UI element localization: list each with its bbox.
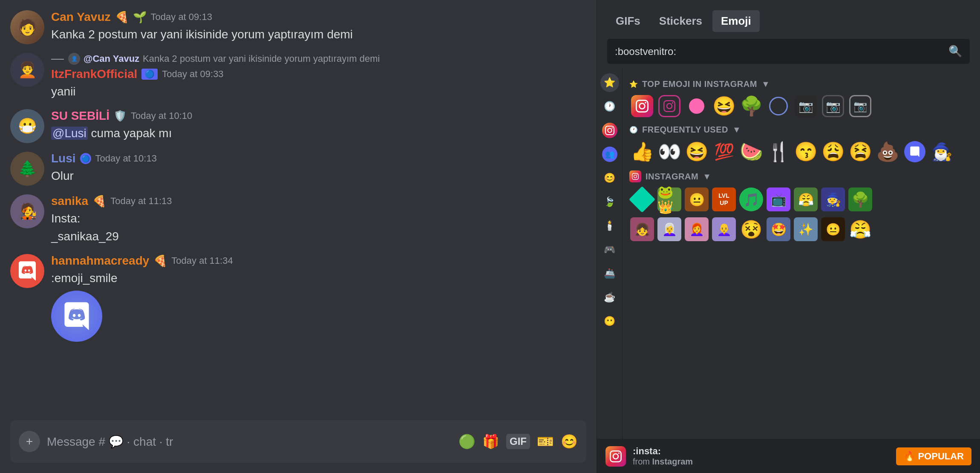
nitro-badge: 🔵 (141, 69, 158, 80)
emoji-item[interactable]: LVLUP (711, 187, 737, 212)
emoji-item[interactable]: 📷 (847, 93, 873, 119)
emoji-sidebar-and-content: ⭐ 🕐 👥 😊 🍃 🕯️ 🎮 🚢 ☕ � (597, 69, 980, 439)
emoji-item[interactable]: 📺 (766, 187, 791, 212)
emoji-item[interactable] (629, 93, 655, 119)
tooltip-info: :insta: from Instagram (633, 446, 889, 467)
sidebar-icon-leaf[interactable]: 🍃 (600, 193, 619, 211)
instagram-emoji-row1: 🐸👑 😐 LVLUP 🎵 📺 (629, 187, 973, 212)
message-input[interactable]: Message # 💬 · chat · tr (47, 435, 452, 449)
message-content: hannahmacready 🍕 Today at 11:34 :emoji_s… (51, 254, 586, 342)
timestamp: Today at 11:13 (110, 196, 172, 207)
chevron-down-icon[interactable]: ▼ (732, 125, 741, 135)
emoji-item[interactable]: 🐸👑 (657, 187, 682, 212)
main-layout: 🧑 Can Yavuz 🍕 🌱 Today at 09:13 Kanka 2 p… (0, 0, 980, 473)
badge-sprout: 🌱 (133, 11, 147, 24)
search-value[interactable]: :boostvenitro: (615, 46, 943, 58)
top-emoji-section-header: ⭐ TOP EMOJI IN INSTAGRAM ▼ (629, 79, 973, 89)
emoji-item[interactable]: 😤 (847, 216, 873, 242)
tab-emoji[interactable]: Emoji (712, 10, 760, 32)
tooltip-from: from Instagram (633, 457, 889, 467)
discord-sticker (51, 291, 102, 342)
gift-button[interactable]: 🎁 (482, 433, 499, 450)
sidebar-icon-submarine[interactable]: 🚢 (600, 264, 619, 283)
emoji-item[interactable]: 🧙 (820, 187, 846, 212)
sticker-message (51, 291, 586, 342)
message-content: 👤 @Can Yavuz Kanka 2 postum var yani iki… (51, 53, 586, 101)
tab-gifs[interactable]: GIFs (607, 10, 649, 32)
emoji-item[interactable]: 🍴 (766, 139, 791, 164)
nitro-sticker-button[interactable]: 🎫 (537, 433, 554, 450)
add-attachment-button[interactable]: + (19, 431, 40, 452)
sidebar-icon-smiley[interactable]: 😊 (600, 169, 619, 187)
reply-avatar: 👤 (68, 53, 80, 65)
message-text: Insta:_sanikaa_29 (51, 210, 586, 245)
sidebar-icon-instagram[interactable] (600, 121, 619, 140)
message-content: SU SEBİLİ 🛡️ Today at 10:10 @Lusi cuma y… (51, 109, 586, 143)
sidebar-icon-favorites[interactable]: ⭐ (600, 73, 619, 92)
message-content: Can Yavuz 🍕 🌱 Today at 09:13 Kanka 2 pos… (51, 10, 586, 44)
emoji-item[interactable]: 😵 (738, 216, 764, 242)
chevron-down-icon[interactable]: ▼ (703, 172, 711, 182)
sidebar-icon-more[interactable]: 😶 (600, 312, 619, 331)
emoji-item[interactable]: 👩‍🦳 (657, 216, 682, 242)
message-header: sanika 🍕 Today at 11:13 (51, 194, 586, 208)
emoji-panel: GIFs Stickers Emoji :boostvenitro: 🔍 ⭐ 🕐 (597, 0, 980, 473)
emoji-item[interactable]: 😤 (793, 187, 819, 212)
sidebar-icon-recent[interactable]: 🕐 (600, 97, 619, 116)
emoji-item[interactable]: 💩 (875, 139, 900, 164)
message-text: yanii (51, 83, 586, 101)
emoji-item[interactable]: 💯 (711, 139, 737, 164)
emoji-item[interactable]: 😩 (820, 139, 846, 164)
timestamp: Today at 10:13 (95, 153, 157, 164)
frequently-used-grid: 👍 👀 😆 💯 🍉 🍴 😙 😩 😫 💩 (629, 139, 973, 164)
chevron-down-icon[interactable]: ▼ (761, 79, 770, 89)
search-icon[interactable]: 🔍 (948, 45, 962, 58)
timestamp: Today at 09:33 (162, 69, 223, 80)
emoji-item[interactable]: 😫 (847, 139, 873, 164)
sidebar-icon-candle[interactable]: 🕯️ (600, 216, 619, 235)
reply-username: @Can Yavuz (84, 53, 139, 64)
section-star-icon: ⭐ (629, 80, 638, 88)
chat-area: 🧑 Can Yavuz 🍕 🌱 Today at 09:13 Kanka 2 p… (0, 0, 597, 473)
search-bar: :boostvenitro: 🔍 (607, 39, 970, 64)
emoji-button[interactable]: 😊 (561, 433, 578, 450)
emoji-item[interactable]: 👩‍🦲 (711, 216, 737, 242)
reply-text: Kanka 2 postum var yani ikisinide yorum … (143, 53, 380, 64)
instagram-title: INSTAGRAM (646, 172, 698, 182)
emoji-item[interactable]: 👩‍🦰 (684, 216, 709, 242)
message-header: ItzFrankOfficial 🔵 Today at 09:33 (51, 67, 586, 81)
emoji-item[interactable]: 🧙‍♂️ (929, 139, 955, 164)
emoji-item[interactable] (629, 187, 655, 212)
emoji-item[interactable] (766, 93, 791, 119)
emoji-item[interactable]: ✨ (793, 216, 819, 242)
emoji-item[interactable]: 🌳 (847, 187, 873, 212)
sidebar-icon-coffee[interactable]: ☕ (600, 288, 619, 307)
emoji-item[interactable]: 😐 (820, 216, 846, 242)
emoji-item[interactable] (684, 93, 709, 119)
emoji-item[interactable]: 😆 (711, 93, 737, 119)
emoji-item[interactable] (657, 93, 682, 119)
emoji-item[interactable]: 🌳 (738, 93, 764, 119)
emoji-item[interactable]: 😙 (793, 139, 819, 164)
emoji-item[interactable]: 👀 (657, 139, 682, 164)
top-emoji-title: TOP EMOJI IN INSTAGRAM (642, 79, 757, 89)
emoji-panel-header: GIFs Stickers Emoji (597, 0, 980, 39)
emoji-item[interactable]: 😆 (684, 139, 709, 164)
emoji-item[interactable]: 👍 (629, 139, 655, 164)
emoji-item[interactable] (902, 139, 928, 164)
gif-button[interactable]: GIF (506, 434, 530, 449)
emoji-item[interactable]: 🍉 (738, 139, 764, 164)
emoji-item[interactable]: 🤩 (766, 216, 791, 242)
input-actions: 🟢 🎁 GIF 🎫 😊 (458, 433, 578, 450)
popular-badge: 🔥 POPULAR (896, 447, 971, 465)
emoji-item[interactable]: 📷 (793, 93, 819, 119)
emoji-item[interactable]: 👧 (629, 216, 655, 242)
shield-badge: 🛡️ (114, 110, 127, 122)
emoji-item[interactable]: 📷 (820, 93, 846, 119)
tab-stickers[interactable]: Stickers (651, 10, 711, 32)
sidebar-icon-group[interactable]: 👥 (600, 145, 619, 164)
emoji-item[interactable]: 🎵 (738, 187, 764, 212)
message-header: hannahmacready 🍕 Today at 11:34 (51, 254, 586, 268)
sidebar-icon-gamepad[interactable]: 🎮 (600, 240, 619, 259)
emoji-item[interactable]: 😐 (684, 187, 709, 212)
